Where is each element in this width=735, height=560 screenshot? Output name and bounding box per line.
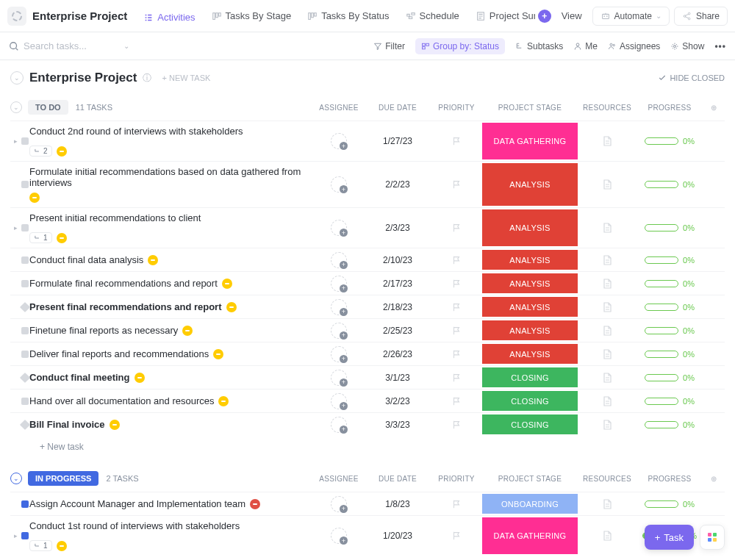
assignee-cell[interactable] [313, 370, 365, 386]
task-row[interactable]: Finetune final reports as necessary 2/25… [10, 318, 725, 342]
progress-cell[interactable]: 0% [637, 137, 703, 146]
progress-cell[interactable]: 0% [637, 256, 703, 265]
stage-cell[interactable]: ANALYSIS [482, 273, 578, 293]
priority-indicator[interactable] [222, 279, 232, 289]
group-badge[interactable]: TO DO [28, 100, 68, 115]
priority-indicator[interactable] [57, 146, 67, 157]
assignee-cell[interactable] [313, 496, 365, 512]
due-date-cell[interactable]: 2/10/23 [365, 255, 431, 265]
resources-cell[interactable] [578, 278, 637, 290]
subtasks-button[interactable]: Subtasks [515, 41, 563, 51]
status-dot[interactable] [21, 327, 29, 334]
assignee-cell[interactable] [313, 133, 365, 149]
task-row[interactable]: Hand over all documentation and resource… [10, 389, 725, 412]
task-title[interactable]: Conduct final meeting [29, 372, 130, 383]
stage-cell[interactable]: ANALYSIS [482, 297, 578, 317]
task-row[interactable]: Bill Final invoice 3/3/23 CLOSING 0% [10, 412, 725, 436]
tab-schedule[interactable]: Schedule [398, 6, 467, 26]
tab-activities[interactable]: Activities [136, 7, 202, 26]
task-row[interactable]: Present final recommendations and report… [10, 295, 725, 318]
group-by-button[interactable]: Group by: Status [415, 38, 505, 54]
add-view-button[interactable]: + [538, 10, 551, 23]
col-due[interactable]: DUE DATE [365, 104, 431, 112]
status-dot[interactable] [21, 224, 29, 231]
search-input[interactable] [24, 40, 119, 51]
col-resources[interactable]: RESOURCES [578, 104, 637, 112]
task-title[interactable]: Conduct 1st round of interviews with sta… [29, 520, 240, 531]
task-title[interactable]: Hand over all documentation and resource… [29, 395, 214, 406]
group-toggle[interactable]: ⌄ [10, 101, 22, 113]
due-date-cell[interactable]: 3/3/23 [365, 420, 431, 430]
expand-task[interactable]: ▸ [10, 137, 21, 145]
progress-cell[interactable]: 0% [637, 326, 703, 335]
priority-cell[interactable] [431, 223, 482, 233]
due-date-cell[interactable]: 2/25/23 [365, 326, 431, 336]
stage-cell[interactable]: CLOSING [482, 414, 578, 434]
progress-cell[interactable]: 0% [637, 279, 703, 288]
resources-cell[interactable] [578, 530, 637, 542]
stage-cell[interactable]: ANALYSIS [482, 209, 578, 246]
task-row[interactable]: Formulate initial recommendations based … [10, 161, 725, 207]
task-title[interactable]: Finetune final reports as necessary [29, 325, 178, 336]
task-row[interactable]: ▸ Present initial recommendations to cli… [10, 207, 725, 248]
priority-cell[interactable] [431, 396, 482, 406]
stage-cell[interactable]: DATA GATHERING [482, 123, 578, 159]
priority-indicator[interactable] [148, 255, 158, 265]
priority-indicator[interactable] [226, 302, 237, 312]
resources-cell[interactable] [578, 419, 637, 431]
progress-cell[interactable]: 0% [637, 500, 703, 509]
progress-cell[interactable]: 0% [637, 350, 703, 359]
assignee-cell[interactable] [313, 323, 365, 339]
add-column-button[interactable]: ⊕ [703, 475, 725, 483]
assignee-cell[interactable] [313, 299, 365, 315]
priority-indicator[interactable] [57, 233, 67, 243]
resources-cell[interactable] [578, 348, 637, 360]
due-date-cell[interactable]: 3/1/23 [365, 373, 431, 383]
col-stage[interactable]: PROJECT STAGE [482, 104, 578, 112]
status-dot[interactable] [21, 137, 29, 145]
tab-project-summary[interactable]: Project Summary [468, 6, 535, 26]
task-row[interactable]: Assign Account Manager and Implementatio… [10, 492, 725, 515]
priority-indicator[interactable] [218, 396, 229, 406]
group-toggle[interactable]: ⌄ [10, 473, 22, 484]
col-assignee[interactable]: ASSIGNEE [313, 475, 365, 483]
priority-indicator[interactable] [135, 373, 145, 383]
progress-cell[interactable]: 0% [637, 420, 703, 429]
share-button[interactable]: Share [674, 7, 728, 26]
new-task-row[interactable]: + New task [10, 556, 725, 560]
assignees-button[interactable]: Assignees [608, 41, 660, 51]
filter-button[interactable]: Filter [373, 41, 405, 51]
stage-cell[interactable]: ANALYSIS [482, 344, 578, 364]
task-row[interactable]: ▸ Conduct 2nd round of interviews with s… [10, 121, 725, 161]
priority-indicator[interactable] [213, 349, 223, 359]
due-date-cell[interactable]: 1/20/23 [365, 531, 431, 541]
new-task-row[interactable]: + New task [10, 436, 725, 455]
collapse-project-button[interactable]: ⌄ [10, 71, 24, 85]
tab-tasks-by-status[interactable]: Tasks By Status [300, 6, 396, 26]
priority-cell[interactable] [431, 349, 482, 359]
progress-cell[interactable]: 0% [637, 397, 703, 406]
subtask-badge[interactable]: 1 [29, 540, 52, 551]
stage-cell[interactable]: ANALYSIS [482, 163, 578, 206]
new-task-link[interactable]: + NEW TASK [162, 73, 210, 82]
col-priority[interactable]: PRIORITY [431, 475, 482, 483]
assignee-cell[interactable] [313, 393, 365, 409]
progress-cell[interactable]: 0% [637, 303, 703, 312]
project-title[interactable]: Enterprise Project [32, 10, 127, 22]
view-button[interactable]: View [554, 6, 589, 26]
col-due[interactable]: DUE DATE [365, 475, 431, 483]
assignee-cell[interactable] [313, 346, 365, 362]
task-title[interactable]: Deliver final reports and recommendation… [29, 348, 209, 359]
assignee-cell[interactable] [313, 176, 365, 193]
due-date-cell[interactable]: 2/3/23 [365, 223, 431, 233]
task-title[interactable]: Formulate initial recommendations based … [29, 166, 313, 188]
due-date-cell[interactable]: 2/26/23 [365, 349, 431, 359]
due-date-cell[interactable]: 2/17/23 [365, 279, 431, 289]
col-progress[interactable]: PROGRESS [637, 475, 703, 483]
project-name[interactable]: Enterprise Project [29, 71, 137, 85]
assignee-cell[interactable] [313, 528, 365, 544]
priority-cell[interactable] [431, 179, 482, 190]
assignee-cell[interactable] [313, 220, 365, 236]
priority-cell[interactable] [431, 499, 482, 509]
add-column-button[interactable]: ⊕ [703, 104, 725, 112]
